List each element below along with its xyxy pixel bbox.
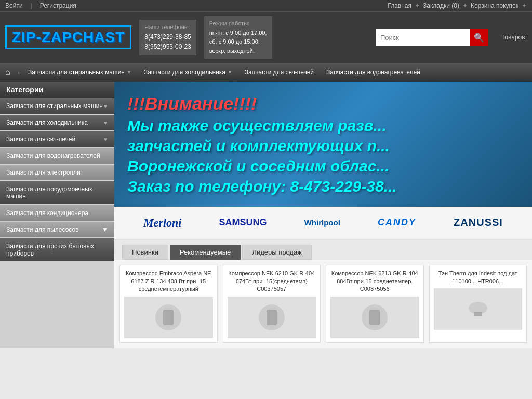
brand-zanussi[interactable]: ZANUSSI [454,217,503,229]
sidebar-title: Категории [0,82,114,98]
content: !!!Внимание!!!! Мы также осуществляем ра… [114,82,532,348]
main-layout: Категории Контакты Запчасти для стиральн… [0,82,532,348]
arrow-fridge: ▼ [103,120,108,126]
schedule-label: Режим работы: [209,19,267,29]
banner-line2: Мы также осуществляем разв... [127,115,519,136]
product-title-0: Компрессор Embraco Aspera NE 6187 Z R-13… [124,270,213,294]
schedule-block: Режим работы: пн-пт. с 9:00 до 17:00, сб… [204,16,272,59]
tab-new[interactable]: Новинки [122,245,168,260]
banner-text: !!!Внимание!!!! Мы также осуществляем ра… [127,92,519,196]
nav-item-water[interactable]: Запчасти для водонагревателей [320,63,427,82]
svg-rect-1 [163,310,174,325]
nav-bar: ⌂ › Запчасти для стиральных машин ▼ Запч… [0,63,532,82]
brand-merloni[interactable]: Merloni [143,216,181,230]
tab-top[interactable]: Лидеры продаж [242,245,312,260]
product-img-1 [228,297,316,338]
product-img-0 [124,297,213,338]
star2: ✦ [462,2,468,9]
sidebar-item-stove[interactable]: Запчасти для электроплит [0,165,114,180]
schedule2: сб: с 9:00 до 15:00, [209,37,267,47]
sidebar-item-fridge[interactable]: Запчасти для холодильника ▼ [0,115,114,130]
banner: !!!Внимание!!!! Мы также осуществляем ра… [114,82,532,206]
brand-candy[interactable]: CANDY [378,217,416,228]
banner-line1: !!!Внимание!!!! [127,92,519,115]
product-card-3[interactable]: Тэн Therm для Indesit под дат 110100... … [429,265,527,343]
search-button[interactable]: 🔍 [470,29,488,46]
nav-item-washing[interactable]: Запчасти для стиральных машин ▼ [22,63,138,82]
search-box: 🔍 [376,29,488,46]
product-card-2[interactable]: Компрессор NEK 6213 GK R-404 884Вт при-1… [326,265,424,343]
nav-arrow-washing: ▼ [127,70,131,75]
register-link[interactable]: Регистрация [40,2,76,9]
top-sep1: | [31,2,32,9]
tabs-row: Новинки Рекомендуемые Лидеры продаж [114,240,532,260]
brand-whirlpool[interactable]: Whirlpool [304,218,340,227]
phones-block: Наши телефоны: 8(473)229-38-85 8(952)953… [139,20,196,55]
brand-samsung[interactable]: SAMSUNG [219,217,267,228]
banner-line4: Воронежской и соседним облас... [127,156,519,176]
sidebar-item-dishwasher[interactable]: Запчасти для посудомоечных машин [0,181,114,204]
star1: ✦ [415,2,420,9]
svg-rect-7 [474,312,482,316]
banner-line3: запчастей и комплектующих п... [127,136,519,156]
sidebar-item-vacuum[interactable]: Запчасти для пылесосов ▼ [0,222,114,237]
login-link[interactable]: Войти [5,2,23,9]
product-img-2 [330,297,419,338]
sidebar-item-washing[interactable]: Запчасти для стиральных машин ▼ [0,98,114,114]
bookmarks-link[interactable]: Закладки (0) [423,2,459,9]
schedule1: пн-пт. с 9:00 до 17:00, [209,29,267,38]
nav-item-fridge[interactable]: Запчасти для холодильника ▼ [138,63,238,82]
sidebar-item-microwave[interactable]: Запчасти для свч-печей ▼ [0,131,114,147]
phones-label: Наши телефоны: [144,23,191,32]
top-bar: Войти | Регистрация Главная ✦ Закладки (… [0,0,532,11]
schedule3: воскр: выходной. [209,47,267,56]
svg-rect-3 [267,310,277,325]
product-card-0[interactable]: Компрессор Embraco Aspera NE 6187 Z R-13… [119,265,218,343]
product-card-1[interactable]: Компрессор NEK 6210 GK R-404 674Вт при -… [223,265,321,343]
product-title-3: Тэн Therm для Indesit под дат 110100... … [434,270,523,286]
arrow-washing: ▼ [103,103,108,109]
nav-item-microwave[interactable]: Запчасти для свч-печей [238,63,320,82]
tab-recommended[interactable]: Рекомендуемые [170,245,241,260]
product-title-1: Компрессор NEK 6210 GK R-404 674Вт при -… [228,270,316,294]
svg-rect-5 [369,310,380,325]
arrow-vacuum: ▼ [102,226,108,233]
cart-link[interactable]: Корзина покупок [471,2,518,9]
search-input[interactable] [376,29,470,46]
top-bar-left: Войти | Регистрация [5,2,76,9]
sidebar-item-water[interactable]: Запчасти для водонагревателей [0,148,114,164]
phone2[interactable]: 8(952)953-00-23 [144,42,191,52]
header: ZIP-ZAPCHAST Наши телефоны: 8(473)229-38… [0,11,532,63]
product-title-2: Компрессор NEK 6213 GK R-404 884Вт при-1… [330,270,419,294]
sidebar: Категории Контакты Запчасти для стиральн… [0,82,114,348]
nav-arrow-fridge: ▼ [228,70,232,75]
logo[interactable]: ZIP-ZAPCHAST [5,25,131,49]
nav-sep: › [18,69,20,76]
sidebar-item-ac[interactable]: Запчасти для кондиционера [0,205,114,221]
main-link[interactable]: Главная [388,2,411,9]
product-img-3 [434,288,523,330]
sidebar-item-other[interactable]: Запчасти для прочих бытовых приборов [0,238,114,261]
phone1[interactable]: 8(473)229-38-85 [144,32,191,42]
cart-area: Товаров: [496,34,527,41]
arrow-microwave: ▼ [103,137,108,142]
products-row: Компрессор Embraco Aspera NE 6187 Z R-13… [114,260,532,348]
brands-row: Merloni SAMSUNG Whirlpool CANDY ZANUSSI [114,207,532,240]
banner-line5: Заказ по телефону: 8-473-229-38... [127,176,519,196]
top-bar-right: Главная ✦ Закладки (0) ✦ Корзина покупок… [388,2,527,9]
star3: ✦ [522,2,527,9]
home-icon[interactable]: ⌂ [5,68,10,77]
